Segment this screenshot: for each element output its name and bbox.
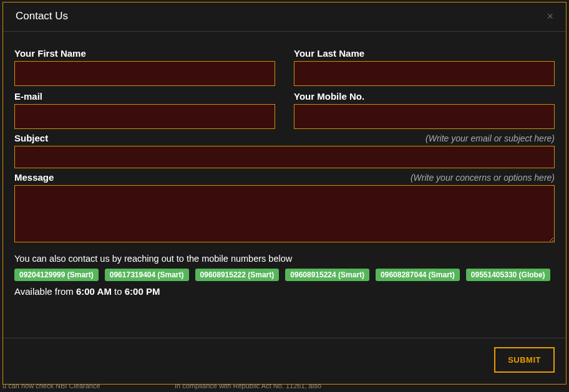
last-name-label: Your Last Name bbox=[294, 48, 364, 59]
submit-button[interactable]: SUBMIT bbox=[494, 347, 555, 373]
mobile-label: Your Mobile No. bbox=[294, 91, 364, 102]
contact-number-badge: 09608287044 (Smart) bbox=[376, 269, 460, 281]
email-label: E-mail bbox=[14, 91, 42, 102]
close-icon[interactable]: × bbox=[547, 11, 553, 22]
mobile-input[interactable] bbox=[294, 104, 555, 129]
modal-body: Your First Name Your Last Name E-mail bbox=[3, 32, 566, 332]
subject-hint: (Write your email or subject here) bbox=[426, 133, 555, 143]
availability-end: 6:00 PM bbox=[125, 286, 160, 297]
subject-label: Subject bbox=[14, 133, 48, 143]
modal-title: Contact Us bbox=[16, 10, 68, 22]
first-name-input[interactable] bbox=[14, 61, 275, 86]
first-name-label: Your First Name bbox=[14, 48, 86, 59]
contact-number-badge: 09204129999 (Smart) bbox=[14, 269, 99, 281]
message-textarea[interactable] bbox=[14, 185, 555, 242]
email-input[interactable] bbox=[14, 104, 275, 129]
availability-mid: to bbox=[112, 286, 125, 297]
contact-us-modal: Contact Us × Your First Name Your Last N… bbox=[2, 2, 567, 385]
availability-start: 6:00 AM bbox=[76, 286, 112, 297]
message-label: Message bbox=[14, 172, 54, 183]
contact-info-intro: You can also contact us by reaching out … bbox=[14, 254, 555, 264]
availability-line: Available from 6:00 AM to 6:00 PM bbox=[14, 286, 555, 297]
subject-input[interactable] bbox=[14, 146, 555, 168]
contact-number-badge: 09608915222 (Smart) bbox=[195, 269, 280, 281]
modal-header: Contact Us × bbox=[3, 2, 566, 32]
contact-number-badge: 09617319404 (Smart) bbox=[105, 269, 189, 281]
message-hint: (Write your concerns or options here) bbox=[411, 173, 555, 183]
contact-number-badge: 09608915224 (Smart) bbox=[285, 269, 369, 281]
availability-prefix: Available from bbox=[14, 286, 76, 297]
modal-footer: SUBMIT bbox=[3, 338, 566, 384]
contact-numbers-container: 09204129999 (Smart) 09617319404 (Smart) … bbox=[14, 269, 555, 281]
contact-number-badge: 09551405330 (Globe) bbox=[466, 269, 550, 281]
last-name-input[interactable] bbox=[294, 61, 555, 86]
